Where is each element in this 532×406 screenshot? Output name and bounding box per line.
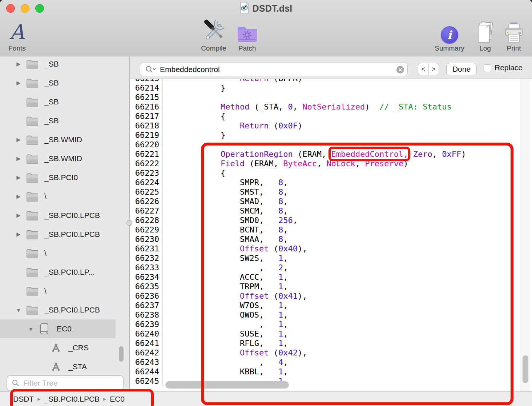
code-line: ACCC, 1, [163, 272, 520, 282]
line-number: 66215 [130, 93, 162, 102]
code-line: W7OS, 1, [163, 301, 520, 310]
line-number: 66225 [130, 187, 162, 197]
breadcrumb-item[interactable]: EC0 [110, 395, 125, 403]
line-number: 66238 [130, 310, 162, 320]
line-number: 66235 [130, 282, 162, 291]
find-prev-next: < > [418, 63, 439, 75]
print-label: Print [507, 44, 521, 52]
line-number-gutter: 6621366214662156621666217662186621966220… [130, 79, 163, 386]
vertical-scrollbar-thumb[interactable] [523, 355, 528, 383]
folder-icon [24, 211, 40, 220]
breadcrumb-separator-icon: ▸ [37, 395, 40, 402]
disclosure-collapsed-icon[interactable]: ▶ [13, 61, 24, 67]
summary-label: Summary [435, 44, 464, 52]
sidebar-item-label: _SB [44, 97, 59, 106]
sidebar-item-label: _SB [44, 60, 59, 68]
done-button[interactable]: Done [446, 63, 477, 75]
sidebar-item-sta[interactable]: _STA [0, 357, 116, 376]
code-line: } [163, 83, 520, 93]
breadcrumb-item[interactable]: DSDT [13, 395, 34, 403]
line-number: 66241 [130, 339, 162, 348]
code-line [163, 93, 520, 102]
sidebar-item-label: \ [44, 249, 47, 258]
sidebar-item-ec0[interactable]: ▼EC0 [0, 319, 116, 338]
replace-checkbox[interactable] [484, 64, 491, 72]
line-number: 66217 [130, 112, 162, 121]
splitter-knob-icon[interactable] [126, 220, 132, 226]
code-line: , 1, [163, 320, 520, 329]
line-number: 66243 [130, 358, 162, 367]
sidebar-item-sbwmid[interactable]: ▶_SB.WMID [0, 149, 116, 168]
filter-tree-placeholder: Filter Tree [23, 379, 58, 387]
sidebar-scrollbar-thumb[interactable] [119, 346, 124, 362]
sidebar-item-[interactable]: \ [0, 244, 116, 263]
line-number: 66234 [130, 272, 162, 282]
code-line: SMCM, 8, [163, 206, 520, 216]
find-previous-button[interactable]: < [418, 63, 429, 75]
sidebar-item-[interactable]: ▶\ [0, 187, 116, 206]
sidebar-item-label: _SB.PCI0.LPCB [44, 211, 100, 220]
patch-icon [237, 17, 258, 44]
folder-icon [24, 135, 40, 145]
sidebar-item-sb[interactable]: _SB [0, 92, 116, 111]
clear-search-button[interactable]: ✕ [396, 66, 404, 73]
code-editor[interactable]: 6621366214662156621666217662186621966220… [130, 79, 532, 391]
patch-button[interactable]: Patch [227, 17, 267, 52]
disclosure-collapsed-icon[interactable]: ▶ [13, 174, 24, 181]
disclosure-collapsed-icon[interactable]: ▶ [13, 155, 24, 162]
disclosure-collapsed-icon[interactable]: ▶ [13, 193, 24, 200]
disclosure-expanded-icon[interactable]: ▼ [25, 326, 36, 332]
code-line: BCNT, 8, [163, 225, 520, 235]
sidebar-item-label: \ [44, 287, 47, 295]
sidebar-item-sb[interactable]: _SB [0, 111, 116, 130]
sidebar-item-sb[interactable]: ▶_SB [0, 56, 116, 73]
code-line: SMPR, 8, [163, 178, 520, 187]
find-next-button[interactable]: > [429, 63, 439, 75]
filter-tree-input[interactable]: Filter Tree [7, 375, 124, 391]
print-button[interactable]: Print [494, 17, 532, 52]
code-line: SMAD, 8, [163, 197, 520, 206]
sidebar-item-[interactable]: \ [0, 282, 116, 300]
breadcrumb-item[interactable]: _SB.PCI0.LPCB [44, 395, 100, 403]
sidebar-item-label: _SB.PCI0.LP... [44, 268, 95, 276]
method-icon [48, 343, 64, 353]
sidebar-item-sbpci0lpcb[interactable]: ▼_SB.PCI0.LPCB [0, 300, 116, 319]
code-line: } [163, 131, 520, 140]
disclosure-collapsed-icon[interactable]: ▶ [13, 231, 24, 238]
sidebar-item-sbpci0lpcb[interactable]: ▶_SB.PCI0.LPCB [0, 225, 116, 244]
fonts-button[interactable]: A Fonts [0, 17, 37, 52]
folder-icon [24, 286, 40, 296]
code-line: Field (ERAM, ByteAcc, NoLock, Preserve) [163, 159, 520, 168]
sidebar-item-crs[interactable]: _CRS [0, 338, 116, 357]
code-area: Return (BFFR) } Method (_STA, 0, NotSeri… [163, 79, 520, 386]
search-icon [12, 379, 20, 387]
summary-button[interactable]: i Summary [430, 17, 469, 52]
code-line: QWOS, 1, [163, 310, 520, 320]
maciasl-window: DSDT.dsl A Fonts Compile [0, 0, 532, 406]
code-line: { [163, 168, 520, 178]
sidebar-item-sbwmid[interactable]: ▶_SB.WMID [0, 130, 116, 149]
sidebar-item-sb[interactable]: ▶_SB [0, 73, 116, 92]
disclosure-expanded-icon[interactable]: ▼ [13, 307, 24, 313]
line-number: 66213 [130, 79, 162, 83]
sidebar-item-sbpci0lpcb[interactable]: ▶_SB.PCI0.LPCB [0, 206, 116, 225]
sidebar-item-label: _SB [44, 79, 59, 87]
fonts-icon: A [10, 20, 24, 44]
disclosure-collapsed-icon[interactable]: ▶ [13, 212, 24, 219]
code-line: SMD0, 256, [163, 216, 520, 225]
sidebar-item-label: _SB.PCI0 [44, 173, 78, 182]
search-input[interactable]: Embeddedcontrol ✕ [140, 63, 408, 76]
line-number: 66214 [130, 83, 162, 93]
breadcrumb: DSDT▸_SB.PCI0.LPCB▸EC0 [13, 395, 125, 403]
folder-icon [24, 59, 40, 69]
sidebar-item-sbpci0lp[interactable]: _SB.PCI0.LP... [0, 263, 116, 282]
code-line: , 4, [163, 358, 520, 367]
toolbar: DSDT.dsl A Fonts Compile [0, 0, 532, 56]
disclosure-collapsed-icon[interactable]: ▶ [13, 80, 24, 86]
search-icon [145, 65, 156, 73]
disclosure-collapsed-icon[interactable]: ▶ [13, 136, 24, 143]
horizontal-scrollbar-thumb[interactable] [165, 381, 289, 389]
vertical-scrollbar-track[interactable] [520, 79, 530, 391]
sidebar-item-sbpci0[interactable]: ▶_SB.PCI0 [0, 168, 116, 187]
code-line: Return (0x0F) [163, 121, 520, 131]
